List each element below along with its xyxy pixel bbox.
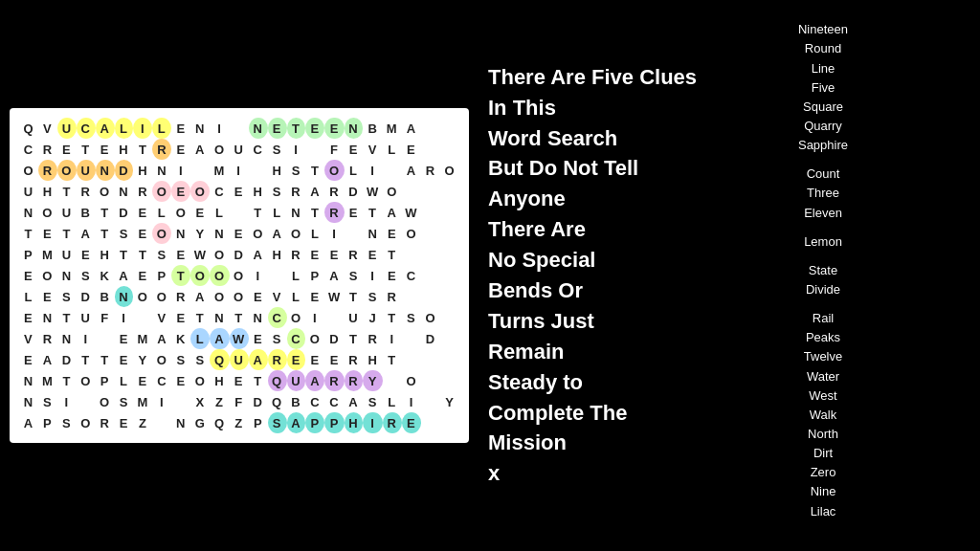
- clue-line5: Anyone: [488, 187, 566, 210]
- word-item: Five: [756, 78, 890, 98]
- grid-row: NOUBTDELOEL TLNTRETAW: [19, 202, 459, 223]
- word-item: Zero: [756, 463, 890, 482]
- grid-row: OROUNDHNI MI HSTOLI ARO: [19, 160, 459, 181]
- grid-row: CRETEHTREAOUCSI FEVLE: [19, 139, 459, 160]
- clue-line2: In This: [488, 96, 556, 120]
- grid-row: ENTUFI VETNTNCOI UJTSO: [19, 307, 459, 328]
- word-item: Three: [756, 184, 890, 203]
- word-item: Square: [756, 98, 890, 117]
- main-container: QVUCALILENI NETEENBMA CRETEHTREAOUCSI FE…: [0, 0, 980, 551]
- clue-line11: Steady to: [488, 370, 583, 394]
- clue-line1: There Are Five Clues: [488, 65, 697, 89]
- word-group-4: State Divide: [756, 261, 890, 299]
- word-item: Water: [756, 367, 890, 386]
- clue-line9: Turns Just: [488, 309, 594, 333]
- grid-row: NSI OSMI XZFDQBCCASLI Y: [19, 391, 459, 412]
- word-group-2: Count Three Eleven: [756, 165, 890, 222]
- word-item: Count: [756, 165, 890, 184]
- word-item: Line: [756, 59, 890, 78]
- word-item: Nineteen: [756, 20, 890, 39]
- word-item: Lilac: [756, 502, 890, 521]
- grid-row: TETATSEONYNEOAOLI NEO: [19, 223, 459, 244]
- clue-section: There Are Five Clues In This Word Search…: [469, 53, 746, 498]
- word-group-1: Nineteen Round Line Five Square Quarry S…: [756, 20, 890, 155]
- word-item: Twelve: [756, 347, 890, 366]
- word-item: Dirt: [756, 444, 890, 463]
- grid-row: PMUEHTTSEWODAHREERET: [19, 244, 459, 265]
- grid-row: EONSKAEPTOOOI LPASIEC: [19, 265, 459, 286]
- word-search-grid: QVUCALILENI NETEENBMA CRETEHTREAOUCSI FE…: [19, 118, 459, 433]
- word-item: West: [756, 386, 890, 406]
- word-item: Nine: [756, 482, 890, 501]
- clue-line6: There Are: [488, 217, 586, 241]
- word-item: North: [756, 425, 890, 444]
- word-item: Lemon: [756, 232, 890, 252]
- clue-line7: No Special: [488, 248, 595, 272]
- clue-line13: Mission: [488, 430, 567, 454]
- grid-row: QVUCALILENI NETEENBMA: [19, 118, 459, 139]
- grid-row: LESDBNOORAOOEVLEWTSR: [19, 286, 459, 307]
- clue-line4: But Do Not Tell: [488, 156, 638, 180]
- grid-wrapper: QVUCALILENI NETEENBMA CRETEHTREAOUCSI FE…: [10, 108, 469, 443]
- grid-row: EADTTEYOSSQUAREEERHT: [19, 349, 459, 370]
- word-item: Round: [756, 39, 890, 58]
- grid-row: NMTOPLECEOHETQUARRY O: [19, 370, 459, 391]
- word-item: Divide: [756, 280, 890, 299]
- word-item: Sapphire: [756, 136, 890, 155]
- clue-line14: x: [488, 461, 500, 485]
- word-item: Rail: [756, 309, 890, 328]
- clue-line12: Complete The: [488, 401, 627, 425]
- word-item: Peaks: [756, 328, 890, 347]
- word-item: State: [756, 261, 890, 280]
- grid-section: QVUCALILENI NETEENBMA CRETEHTREAOUCSI FE…: [10, 108, 469, 443]
- clue-line10: Remain: [488, 340, 564, 364]
- word-group-5: Rail Peaks Twelve Water West Walk North …: [756, 309, 890, 521]
- grid-row: VRNI EMAKLAWESCODTRI D: [19, 328, 459, 349]
- word-item: Walk: [756, 406, 890, 425]
- clue-line8: Bends Or: [488, 278, 583, 302]
- words-section: Nineteen Round Line Five Square Quarry S…: [746, 20, 900, 530]
- word-item: Quarry: [756, 117, 890, 136]
- word-group-3: Lemon: [756, 232, 890, 252]
- word-item: Eleven: [756, 204, 890, 223]
- grid-row: APSOREZ NGQZPSAPPHIRE: [19, 412, 459, 433]
- grid-row: UHTRONROEOCEHSRARDWO: [19, 181, 459, 202]
- clue-line3: Word Search: [488, 126, 617, 150]
